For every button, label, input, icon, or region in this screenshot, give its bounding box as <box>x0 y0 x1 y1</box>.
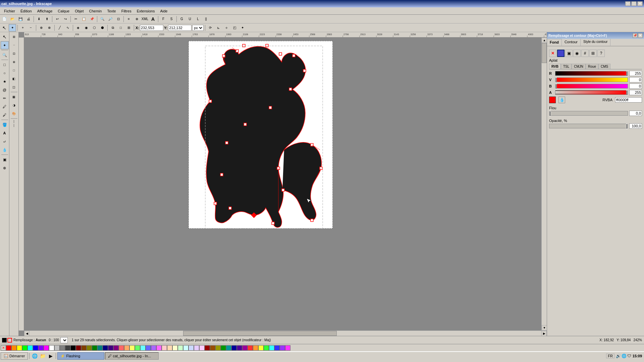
palette-color-cell[interactable] <box>194 345 199 351</box>
palette-color-cell[interactable] <box>156 345 162 351</box>
copy-button[interactable]: 📋 <box>80 15 88 23</box>
palette-color-cell[interactable] <box>146 345 151 351</box>
palette-color-cell[interactable] <box>33 345 38 351</box>
palette-color-cell[interactable] <box>76 345 81 351</box>
palette-color-cell[interactable] <box>38 345 44 351</box>
palette-color-cell[interactable] <box>124 345 129 351</box>
arrow-tool[interactable]: ↖ <box>1 33 9 41</box>
close-button[interactable]: ✕ <box>637 1 643 6</box>
palette-color-cell[interactable] <box>242 345 248 351</box>
flou-slider[interactable] <box>549 111 628 116</box>
tab-style-contour[interactable]: Style du contour <box>581 39 610 46</box>
more-node[interactable]: ✦ <box>239 24 246 32</box>
node-edit-tool[interactable]: ✦ <box>1 41 9 49</box>
circle-tool[interactable]: ○ <box>1 69 9 77</box>
snap-btn[interactable]: ⊞ <box>10 33 18 41</box>
pencil-tool[interactable]: ✏ <box>1 94 9 102</box>
node-cusp[interactable]: ◈ <box>74 24 82 32</box>
transform-tool[interactable]: ⊕ <box>1 164 9 172</box>
taskbar-ie-icon[interactable]: 🌐 <box>31 352 38 360</box>
palette-color-cell[interactable] <box>44 345 49 351</box>
snap-nodes[interactable]: ⋅⋅ <box>10 41 18 49</box>
menu-texte[interactable]: Texte <box>104 8 118 14</box>
palette-color-cell[interactable] <box>183 345 189 351</box>
hscroll-thumb[interactable] <box>183 331 337 336</box>
palette-color-cell[interactable] <box>172 345 178 351</box>
palette-color-cell[interactable] <box>253 345 258 351</box>
flashing-task-button[interactable]: ⚡ Flashing <box>57 352 104 360</box>
menu-affichage[interactable]: Affichage <box>35 8 55 14</box>
opacity-value[interactable] <box>629 123 642 129</box>
palette-color-cell[interactable] <box>258 345 264 351</box>
no-color-cell[interactable]: ✕ <box>1 345 6 351</box>
vscroll-up[interactable]: ▲ <box>542 38 547 43</box>
swatch-fill-button[interactable]: ⊞ <box>589 50 597 57</box>
hscroll-track[interactable] <box>30 331 541 336</box>
tab-contour[interactable]: Contour <box>562 39 581 46</box>
affect-handles[interactable]: ⊾ <box>215 24 222 32</box>
taskbar-explorer-icon[interactable]: 📁 <box>39 352 46 360</box>
palette-color-cell[interactable] <box>28 345 33 351</box>
pattern-fill-button[interactable]: # <box>581 50 589 57</box>
calligraphy-tool[interactable]: 🖋 <box>1 111 9 119</box>
palette-color-cell[interactable] <box>274 345 280 351</box>
palette-color-cell[interactable] <box>65 345 70 351</box>
paint-bucket-tool[interactable]: 🪣 <box>1 121 9 129</box>
inkscape-task-button[interactable]: 🖊 cat_silhouette.jpg - In... <box>105 352 159 360</box>
palette-color-cell[interactable] <box>87 345 92 351</box>
opacity-slider[interactable] <box>549 124 628 128</box>
snap-edges[interactable]: ◫ <box>10 83 18 91</box>
palette-color-cell[interactable] <box>280 345 285 351</box>
redo-button[interactable]: ↪ <box>62 15 69 23</box>
r-value[interactable] <box>629 71 642 76</box>
palette-color-cell[interactable] <box>248 345 253 351</box>
palette-color-cell[interactable] <box>264 345 269 351</box>
minimize-button[interactable]: − <box>625 1 631 6</box>
text-tool[interactable]: A <box>1 129 9 137</box>
cat-silhouette[interactable] <box>189 41 333 229</box>
show-outline[interactable]: □ <box>117 24 124 32</box>
tray-icon-2[interactable]: 🌐 <box>622 354 627 358</box>
view-mode[interactable]: ▦ <box>10 93 18 101</box>
tray-icon-3[interactable]: 🛡 <box>627 354 631 358</box>
v-slider[interactable] <box>555 77 628 82</box>
menu-filtres[interactable]: Filtres <box>119 8 134 14</box>
export-button[interactable]: ⬆ <box>43 15 51 23</box>
palette-color-cell[interactable] <box>54 345 60 351</box>
zoom-fit-button[interactable]: ⊡ <box>115 15 122 23</box>
dropper-tool[interactable]: 💧 <box>1 146 9 154</box>
seg-line[interactable]: ╱ <box>56 24 63 32</box>
color-tab-cms[interactable]: CMS <box>598 64 610 69</box>
b-slider[interactable] <box>555 84 628 88</box>
palette-color-cell[interactable] <box>269 345 274 351</box>
align-button[interactable]: ≡ <box>125 15 132 23</box>
text-tool-btn[interactable]: A <box>149 15 157 23</box>
palette-color-cell[interactable] <box>17 345 22 351</box>
pen-tool[interactable]: 🖊 <box>1 103 9 111</box>
menu-calque[interactable]: Calque <box>55 8 72 14</box>
palette-color-cell[interactable] <box>210 345 215 351</box>
linear-grad-button[interactable]: ▣ <box>565 50 573 57</box>
menu-extensions[interactable]: Extensions <box>134 8 158 14</box>
palette-color-cell[interactable] <box>97 345 103 351</box>
vscroll-thumb[interactable] <box>542 43 547 63</box>
node-symm[interactable]: ⬡ <box>91 24 98 32</box>
palette-color-cell[interactable] <box>49 345 54 351</box>
palette-color-cell[interactable] <box>129 345 135 351</box>
zoom-out-button[interactable]: 🔎 <box>107 15 114 23</box>
menu-edition[interactable]: Édition <box>18 8 35 14</box>
star-tool[interactable]: ★ <box>1 77 9 85</box>
tray-fr-btn[interactable]: FR <box>606 354 614 358</box>
affect-path[interactable]: ◰ <box>231 24 238 32</box>
rect-tool[interactable]: □ <box>1 61 9 69</box>
no-fill-button[interactable]: ✕ <box>549 50 556 57</box>
unknown-fill-button[interactable]: ? <box>597 50 605 57</box>
snap-bbox[interactable]: □ <box>10 66 18 74</box>
vscroll-track[interactable] <box>542 43 547 325</box>
join-node[interactable]: ⊕ <box>38 24 45 32</box>
canvas-vscroll[interactable]: ▲ ▼ <box>541 38 547 330</box>
paste-button[interactable]: 📌 <box>88 15 96 23</box>
zoom-tool[interactable]: 🔍 <box>1 51 9 59</box>
palette-color-cell[interactable] <box>226 345 231 351</box>
select-tool[interactable]: ↖ <box>1 24 8 32</box>
